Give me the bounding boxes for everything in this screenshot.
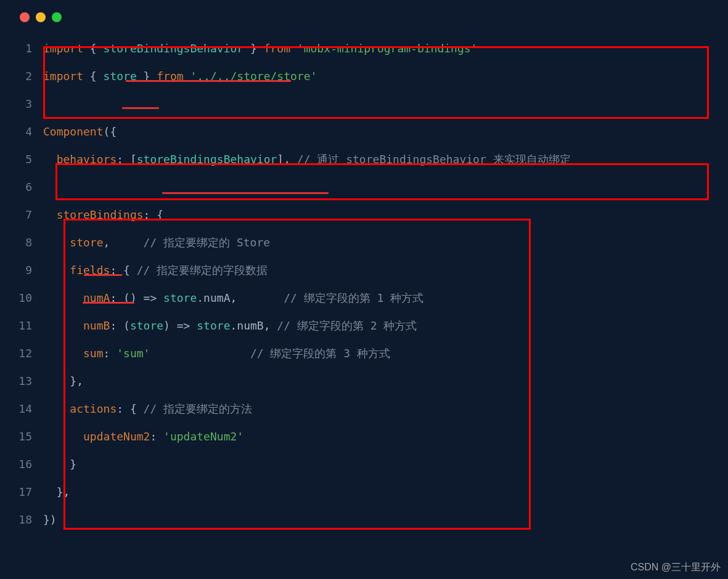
code-token: store bbox=[130, 319, 163, 332]
code-token bbox=[43, 236, 70, 249]
code-token: behaviors bbox=[57, 153, 117, 166]
line-number: 11 bbox=[0, 312, 43, 339]
code-line: 10 numA: () => store.numA, // 绑定字段的第 1 种… bbox=[0, 284, 717, 312]
line-number: 6 bbox=[0, 173, 43, 201]
line-number: 13 bbox=[0, 367, 43, 395]
code-token: // 指定要绑定的 Store bbox=[144, 236, 271, 249]
code-content[interactable]: behaviors: [storeBindingsBehavior], // 通… bbox=[43, 145, 717, 173]
code-content[interactable]: store, // 指定要绑定的 Store bbox=[43, 229, 717, 256]
code-token: storeBindings bbox=[57, 208, 144, 221]
window-titlebar bbox=[0, 7, 728, 34]
code-token: // 通过 storeBindingsBehavior 来实现自动绑定 bbox=[297, 153, 571, 166]
code-token: store bbox=[163, 291, 197, 304]
code-token: : bbox=[150, 430, 163, 443]
code-token: // 指定要绑定的字段数据 bbox=[137, 264, 268, 277]
code-line: 17 }, bbox=[0, 478, 717, 506]
code-token: : { bbox=[117, 402, 143, 415]
code-token: storeBindingsBehavior bbox=[104, 42, 244, 55]
line-number: 15 bbox=[0, 423, 43, 450]
line-number: 9 bbox=[0, 256, 43, 284]
code-content[interactable]: sum: 'sum' // 绑定字段的第 3 种方式 bbox=[43, 339, 717, 367]
code-token: .numB, bbox=[230, 319, 277, 332]
code-line: 4Component({ bbox=[0, 118, 717, 145]
line-number: 16 bbox=[0, 450, 43, 478]
code-line: 5 behaviors: [storeBindingsBehavior], //… bbox=[0, 145, 717, 173]
code-content[interactable]: }) bbox=[43, 506, 717, 533]
code-token: 'mobx-miniprogram-bindings' bbox=[297, 42, 478, 55]
code-token: 'sum' bbox=[117, 347, 150, 360]
code-token: storeBindingsBehavior bbox=[137, 153, 277, 166]
line-number: 5 bbox=[0, 145, 43, 173]
code-token: // 指定要绑定的方法 bbox=[144, 402, 253, 415]
line-number: 8 bbox=[0, 229, 43, 256]
code-line: 18}) bbox=[0, 506, 717, 533]
code-content[interactable]: Component({ bbox=[43, 118, 717, 145]
code-token: numB bbox=[83, 319, 110, 332]
code-token bbox=[150, 347, 250, 360]
code-token: // 绑定字段的第 1 种方式 bbox=[284, 291, 423, 304]
annotation-underline bbox=[122, 107, 159, 109]
code-line: 14 actions: { // 指定要绑定的方法 bbox=[0, 395, 717, 423]
code-token: updateNum2 bbox=[83, 430, 150, 443]
code-token bbox=[43, 347, 83, 360]
code-content[interactable]: } bbox=[43, 450, 717, 478]
code-token: // 绑定字段的第 3 种方式 bbox=[250, 347, 390, 360]
code-line: 8 store, // 指定要绑定的 Store bbox=[0, 229, 717, 256]
code-token: { bbox=[90, 42, 104, 55]
code-token: ], bbox=[277, 153, 297, 166]
code-token: : { bbox=[144, 208, 164, 221]
minimize-icon[interactable] bbox=[36, 12, 46, 22]
line-number: 3 bbox=[0, 90, 43, 118]
annotation-underline bbox=[126, 80, 291, 82]
annotation-underline bbox=[83, 302, 134, 306]
code-token: : [ bbox=[117, 153, 137, 166]
code-content[interactable]: fields: { // 指定要绑定的字段数据 bbox=[43, 256, 717, 284]
code-line: 1import { storeBindingsBehavior } from '… bbox=[0, 34, 717, 62]
line-number: 2 bbox=[0, 62, 43, 90]
annotation-underline bbox=[162, 192, 329, 196]
close-icon[interactable] bbox=[20, 12, 30, 22]
line-number: 1 bbox=[0, 34, 43, 62]
code-token bbox=[43, 264, 70, 277]
code-token: } bbox=[43, 458, 76, 471]
code-line: 12 sum: 'sum' // 绑定字段的第 3 种方式 bbox=[0, 339, 717, 367]
code-token: }, bbox=[43, 375, 83, 387]
watermark: CSDN @三十里开外 bbox=[631, 561, 721, 574]
code-token: from bbox=[257, 42, 297, 55]
code-token: { bbox=[90, 70, 104, 83]
code-token: import bbox=[43, 42, 90, 55]
maximize-icon[interactable] bbox=[52, 12, 62, 22]
code-token: actions bbox=[70, 402, 117, 415]
code-token: ({ bbox=[104, 125, 117, 138]
code-content[interactable]: updateNum2: 'updateNum2' bbox=[43, 423, 717, 450]
code-content[interactable]: import { store } from '../../store/store… bbox=[43, 62, 717, 90]
code-line: 11 numB: (store) => store.numB, // 绑定字段的… bbox=[0, 312, 717, 339]
code-token bbox=[43, 208, 57, 221]
code-content[interactable]: numB: (store) => store.numB, // 绑定字段的第 2… bbox=[43, 312, 717, 339]
annotation-underline bbox=[84, 274, 122, 276]
code-token: import bbox=[43, 70, 90, 83]
code-content[interactable]: }, bbox=[43, 478, 717, 506]
code-area: 1import { storeBindingsBehavior } from '… bbox=[0, 34, 728, 533]
line-number: 10 bbox=[0, 284, 43, 312]
code-line: 6 bbox=[0, 173, 717, 201]
code-line: 13 }, bbox=[0, 367, 717, 395]
code-token bbox=[43, 153, 57, 166]
code-line: 16 } bbox=[0, 450, 717, 478]
code-content[interactable]: actions: { // 指定要绑定的方法 bbox=[43, 395, 717, 423]
code-line: 15 updateNum2: 'updateNum2' bbox=[0, 423, 717, 450]
code-token: store bbox=[197, 319, 230, 332]
line-number: 7 bbox=[0, 201, 43, 229]
code-token: ) => bbox=[163, 319, 197, 332]
code-token: : bbox=[104, 347, 117, 360]
code-line: 7 storeBindings: { bbox=[0, 201, 717, 229]
line-number: 12 bbox=[0, 339, 43, 367]
code-token bbox=[43, 319, 83, 332]
editor-window: 1import { storeBindingsBehavior } from '… bbox=[0, 0, 728, 579]
code-content[interactable]: storeBindings: { bbox=[43, 201, 717, 229]
code-content[interactable]: numA: () => store.numA, // 绑定字段的第 1 种方式 bbox=[43, 284, 717, 312]
code-token bbox=[43, 402, 70, 415]
code-content[interactable]: import { storeBindingsBehavior } from 'm… bbox=[43, 34, 717, 62]
code-content[interactable]: }, bbox=[43, 367, 717, 395]
line-number: 14 bbox=[0, 395, 43, 423]
